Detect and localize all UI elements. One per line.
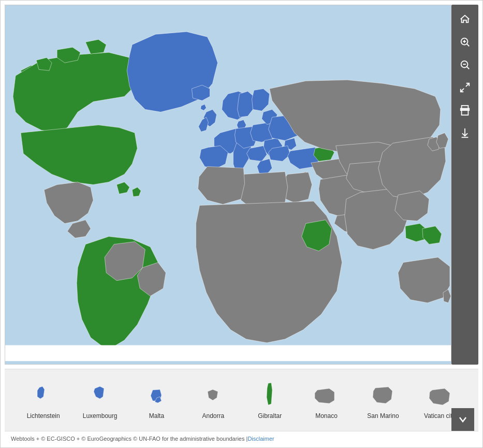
fullscreen-button[interactable] [455,77,475,98]
legend-label-luxembourg: Luxembourg [83,412,118,420]
legend-item-andorra: Andorra [185,381,241,420]
legend-shape-luxembourg [82,381,118,409]
legend-label-malta: Malta [149,412,164,420]
svg-line-9 [461,89,464,92]
legend-item-monaco: Monaco [298,381,355,420]
download-button[interactable] [455,123,475,143]
svg-line-8 [466,83,469,86]
legend-item-luxembourg: Luxembourg [71,381,128,420]
legend-shape-andorra [195,381,231,409]
disclaimer-link[interactable]: Disclaimer [247,436,274,442]
legend-label-san-marino: San Marino [367,412,399,420]
legend-label-vatican-city: Vatican city [424,412,455,420]
legend-shape-malta [138,381,174,409]
legend-item-san-marino: San Marino [355,381,411,420]
zoom-out-button[interactable] [455,54,475,75]
legend-strip: Lichtenstein Luxembourg Malta [5,369,478,431]
world-map-svg [5,5,451,364]
footer-text: Webtools + © EC-GISCO + © EuroGeographic… [11,436,247,442]
legend-item-gibraltar: Gibraltar [242,381,298,420]
legend-label-andorra: Andorra [202,412,224,420]
home-button[interactable] [455,9,475,30]
svg-line-4 [467,44,470,47]
legend-label-monaco: Monaco [315,412,338,420]
chevron-down-button[interactable] [451,408,474,431]
legend-shape-lichtenstein [25,381,62,409]
map-container: Lichtenstein Luxembourg Malta [0,0,483,448]
legend-shape-vatican [421,381,458,409]
zoom-in-button[interactable] [455,32,475,52]
legend-item-malta: Malta [128,381,185,420]
main-area [1,1,482,369]
legend-label-gibraltar: Gibraltar [258,412,282,420]
legend-shape-monaco [309,381,345,409]
svg-rect-11 [462,110,469,115]
legend-item-lichtenstein: Lichtenstein [15,381,71,420]
print-button[interactable] [455,100,475,121]
legend-shape-san-marino [365,381,401,409]
legend-label-lichtenstein: Lichtenstein [27,412,60,420]
legend-shape-gibraltar [252,381,288,409]
svg-line-7 [467,67,470,69]
footer: Webtools + © EC-GISCO + © EuroGeographic… [5,431,478,445]
map-viewport[interactable] [5,5,451,365]
toolbar [451,5,478,365]
